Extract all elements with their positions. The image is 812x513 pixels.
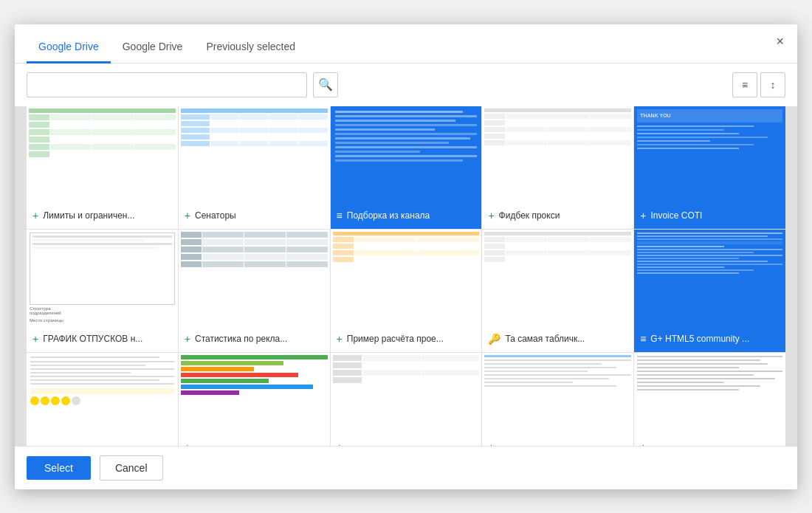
cancel-button[interactable]: Cancel [100,455,163,481]
file-type-icon: + [337,333,343,345]
file-label [27,434,178,446]
file-thumbnail: Структура подразделений Место страницы [27,230,178,326]
file-item[interactable]: + [634,353,785,446]
close-button[interactable]: × [771,32,788,51]
file-name: Статистика по рекла... [195,334,287,344]
file-type-icon: + [32,210,38,221]
file-thumbnail [634,353,785,434]
file-item[interactable]: THANK YOU + Invoice COTI [634,106,785,229]
file-item[interactable]: + Пример расчёта прое... [331,230,482,352]
file-item[interactable]: ≡ Подборка из канала [331,106,482,229]
file-type-icon: + [640,441,646,446]
dialog-header: Google Drive Google Drive Previously sel… [15,24,797,63]
file-name: Та самая табличк... [505,334,585,344]
file-type-icon: + [185,441,190,446]
file-label: + ГРАФИК ОТПУСКОВ н... [27,326,178,352]
file-label: + Invoice COTI [634,202,785,229]
file-thumbnail [27,106,178,202]
search-input[interactable] [27,72,307,97]
view-controls: ≡ ↕ [732,72,785,97]
file-label: + Лимиты и ограничен... [27,202,178,229]
file-label: + Статистика по рекла... [179,326,330,352]
file-type-icon: 🔑 [488,333,500,345]
file-thumbnail: THANK YOU [634,106,785,202]
file-item[interactable]: 🔑 Та самая табличк... [482,230,633,352]
dialog-footer: Select Cancel [15,446,797,489]
file-type-icon: ≡ [640,333,646,345]
tab-google-drive-1[interactable]: Google Drive [27,33,111,63]
file-item[interactable]: + [179,353,330,446]
file-item[interactable]: + [482,353,633,446]
search-bar: 🔍 ≡ ↕ [15,63,797,106]
file-label: + [482,434,633,446]
file-thumbnail [331,230,482,326]
list-icon: ≡ [742,79,748,91]
file-type-icon: + [185,210,190,221]
file-type-icon: + [488,210,494,221]
file-item[interactable]: Структура подразделений Место страницы +… [27,230,178,352]
file-item[interactable] [27,353,178,446]
file-label: 🔑 Та самая табличк... [482,326,633,352]
file-label: + Пример расчёта прое... [331,326,482,352]
file-thumbnail [179,230,330,326]
file-label: + [331,434,482,446]
file-type-icon: ≡ [337,210,343,221]
file-thumbnail [331,353,482,434]
file-label: + Сенаторы [179,202,330,229]
select-button[interactable]: Select [27,456,91,480]
sort-button[interactable]: ↕ [760,72,785,97]
file-name: Пример расчёта прое... [347,334,444,344]
file-item[interactable]: + Статистика по рекла... [179,230,330,352]
file-name: Подборка из канала [347,210,430,221]
file-type-icon: + [640,210,646,221]
tab-google-drive-2[interactable]: Google Drive [111,33,195,63]
sort-icon: ↕ [771,79,776,91]
file-thumbnail [482,353,633,434]
file-type-icon: + [337,441,343,446]
file-label: + [634,434,785,446]
file-type-icon: + [185,333,190,345]
tab-previously-selected[interactable]: Previously selected [194,33,307,63]
file-label: ≡ G+ HTML5 community ... [634,326,785,352]
file-type-icon: + [488,441,494,446]
file-name: G+ HTML5 community ... [650,334,749,344]
list-view-button[interactable]: ≡ [732,72,757,97]
file-thumbnail [482,106,633,202]
file-thumbnail [331,106,482,202]
file-label: + [179,434,330,446]
search-icon: 🔍 [318,78,333,92]
file-thumbnail [634,230,785,326]
file-thumbnail [179,353,330,434]
file-type-icon: + [32,333,38,345]
search-button[interactable]: 🔍 [313,72,338,97]
file-picker-dialog: Google Drive Google Drive Previously sel… [15,24,797,489]
file-item[interactable]: + [331,353,482,446]
file-item[interactable]: + Сенаторы [179,106,330,229]
file-name: Сенаторы [195,210,236,221]
file-label: + Фидбек прокси [482,202,633,229]
file-label: ≡ Подборка из канала [331,202,482,229]
file-name: Фидбек прокси [499,210,560,221]
file-name: ГРАФИК ОТПУСКОВ н... [43,334,142,344]
file-thumbnail [27,353,178,434]
file-item[interactable]: + Лимиты и ограничен... [27,106,178,229]
files-grid: + Лимиты и ограничен... [15,106,797,446]
file-thumbnail [482,230,633,326]
file-item[interactable]: ≡ G+ HTML5 community ... [634,230,785,352]
file-name: Лимиты и ограничен... [43,210,134,221]
file-name: Invoice COTI [650,210,702,221]
file-thumbnail [179,106,330,202]
file-item[interactable]: + Фидбек прокси [482,106,633,229]
